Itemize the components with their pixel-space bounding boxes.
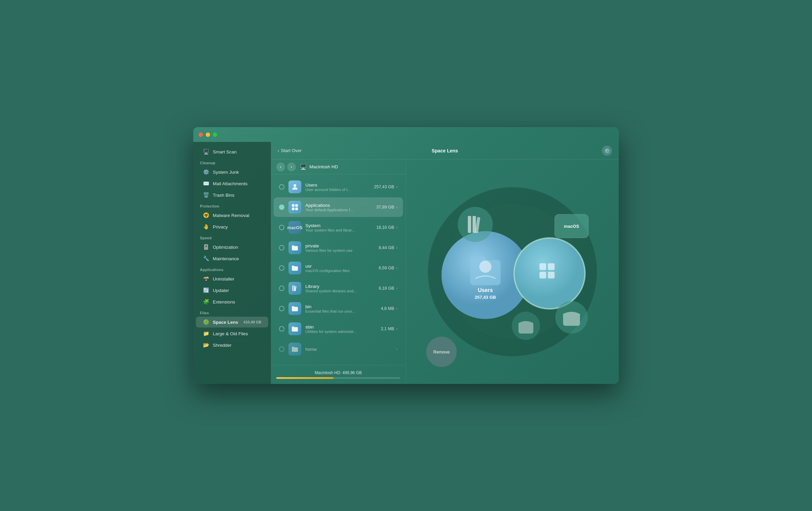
sidebar-section-applications: Applications	[193, 264, 271, 273]
sidebar-item-uninstaller-label: Uninstaller	[213, 276, 234, 282]
file-chevron-library: ›	[396, 286, 398, 291]
file-size-bin: 4,8 MB ›	[381, 306, 398, 311]
file-row-system[interactable]: macOS System Your system files and libra…	[274, 218, 403, 237]
file-desc-private: Various files for system use	[305, 248, 375, 252]
file-name-bin: bin	[305, 304, 377, 309]
maintenance-icon: 🔧	[203, 256, 209, 262]
start-over-label: Start Over	[281, 148, 302, 153]
settings-button[interactable]: ⚙️	[602, 146, 612, 156]
file-row-users[interactable]: Users User account folders of t... 257,4…	[274, 177, 403, 197]
file-row-radio-system[interactable]	[279, 225, 284, 230]
file-list-nav: ‹ › 🖥️ Macintosh HD	[271, 160, 406, 174]
file-chevron-sbin: ›	[396, 326, 398, 331]
smart-scan-icon: 🖥️	[203, 149, 209, 155]
file-desc-applications: Your default Applications f...	[305, 208, 372, 212]
nav-buttons: ‹ ›	[276, 163, 296, 171]
sidebar-item-privacy[interactable]: 🤚 Privacy	[196, 221, 268, 232]
file-row-home[interactable]: home ›	[274, 339, 403, 359]
file-info-system: System Your system files and librar...	[305, 223, 372, 232]
sidebar-item-trash-label: Trash Bins	[213, 193, 234, 198]
sidebar-item-malware-label: Malware Removal	[213, 213, 249, 218]
file-chevron-applications: ›	[396, 205, 398, 210]
file-chevron-home: ›	[396, 347, 398, 351]
file-row-radio-bin[interactable]	[279, 306, 284, 311]
file-row-radio-sbin[interactable]	[279, 326, 284, 332]
mail-icon: ✉️	[203, 180, 209, 187]
sidebar-item-extensions[interactable]: 🧩 Extensions	[196, 296, 268, 307]
nav-forward-button[interactable]: ›	[287, 163, 296, 171]
file-list-panel: ‹ › 🖥️ Macintosh HD	[271, 160, 406, 384]
sidebar-item-shredder[interactable]: 📂 Shredder	[196, 340, 268, 350]
svg-rect-1	[292, 204, 295, 207]
updater-icon: 🔄	[203, 287, 209, 293]
file-row-radio-library[interactable]	[279, 286, 284, 291]
start-over-button[interactable]: ‹ Start Over	[278, 148, 302, 153]
fullscreen-button[interactable]	[213, 132, 217, 137]
sidebar-item-maintenance[interactable]: 🔧 Maintenance	[196, 253, 268, 264]
uninstaller-icon: 🗃️	[203, 276, 209, 282]
sidebar-item-mail-attachments[interactable]: ✉️ Mail Attachments	[196, 178, 268, 189]
sidebar-item-system-junk-label: System Junk	[213, 170, 239, 175]
remove-button[interactable]: Remove	[426, 337, 457, 367]
sidebar-item-uninstaller[interactable]: 🗃️ Uninstaller	[196, 273, 268, 284]
file-list-footer: Macintosh HD: 499,96 GB	[271, 365, 406, 384]
file-row-sbin[interactable]: sbin Utilities for system administr... 2…	[274, 319, 403, 339]
trash-icon: 🗑️	[203, 192, 209, 198]
file-list-scroll[interactable]: Users User account folders of t... 257,4…	[271, 174, 406, 365]
file-row-usr[interactable]: usr macOS configuration files 6,59 GB ›	[274, 258, 403, 278]
sidebar-item-space-lens[interactable]: 🟢 Space Lens 410,49 GB	[196, 317, 268, 327]
privacy-icon: 🤚	[203, 224, 209, 230]
svg-rect-7	[295, 286, 296, 291]
sidebar-item-updater-label: Updater	[213, 288, 229, 293]
sidebar-item-updater[interactable]: 🔄 Updater	[196, 285, 268, 296]
file-row-library[interactable]: Library Shared system libraries and... 6…	[274, 278, 403, 298]
file-row-applications[interactable]: Applications Your default Applications f…	[274, 197, 403, 217]
app-window: 🖥️ Smart Scan Cleanup ⚙️ System Junk ✉️ …	[193, 127, 619, 384]
sidebar-item-system-junk[interactable]: ⚙️ System Junk	[196, 167, 268, 177]
file-info-bin: bin Essential files that run your...	[305, 304, 377, 313]
file-row-radio-private[interactable]	[279, 245, 284, 250]
back-chevron-icon: ‹	[278, 148, 279, 153]
progress-bar	[276, 377, 400, 379]
viz-panel: Users 257,43 GB macOS	[406, 160, 619, 384]
file-size-private: 8,44 GB ›	[379, 245, 398, 250]
close-button[interactable]	[199, 132, 203, 137]
sidebar-item-smart-scan-label: Smart Scan	[213, 149, 237, 154]
file-desc-system: Your system files and librar...	[305, 228, 372, 232]
system-junk-icon: ⚙️	[203, 169, 209, 175]
sidebar: 🖥️ Smart Scan Cleanup ⚙️ System Junk ✉️ …	[193, 142, 271, 384]
sidebar-item-privacy-label: Privacy	[213, 224, 228, 229]
minimize-button[interactable]	[206, 132, 210, 137]
svg-text:Users: Users	[478, 287, 493, 293]
file-row-private[interactable]: private Various files for system use 8,4…	[274, 238, 403, 258]
file-row-radio-home[interactable]	[279, 346, 284, 352]
sidebar-item-optimization[interactable]: 🎚️ Optimization	[196, 242, 268, 252]
file-name-private: private	[305, 243, 375, 248]
file-row-radio-users[interactable]	[279, 184, 284, 190]
file-icon-applications	[288, 201, 301, 214]
file-size-usr: 6,59 GB ›	[379, 266, 398, 270]
file-info-users: Users User account folders of t...	[305, 182, 370, 192]
main-layout: 🖥️ Smart Scan Cleanup ⚙️ System Junk ✉️ …	[193, 142, 619, 384]
sidebar-item-smart-scan[interactable]: 🖥️ Smart Scan	[196, 146, 268, 157]
sidebar-item-trash-bins[interactable]: 🗑️ Trash Bins	[196, 190, 268, 200]
content-body: ‹ › 🖥️ Macintosh HD	[271, 160, 619, 384]
progress-bar-fill	[276, 377, 333, 379]
svg-text:257,43 GB: 257,43 GB	[475, 295, 496, 300]
svg-rect-6	[294, 286, 295, 291]
file-info-sbin: sbin Utilities for system administr...	[305, 324, 377, 334]
file-row-bin[interactable]: bin Essential files that run your... 4,8…	[274, 299, 403, 318]
nav-back-button[interactable]: ‹	[276, 163, 285, 171]
file-size-sbin: 2,1 MB ›	[381, 326, 398, 331]
file-desc-sbin: Utilities for system administr...	[305, 330, 377, 334]
file-row-radio-applications[interactable]	[279, 204, 284, 210]
file-name-sbin: sbin	[305, 324, 377, 330]
sidebar-item-malware-removal[interactable]: ☣️ Malware Removal	[196, 210, 268, 221]
sidebar-section-protection: Protection	[193, 201, 271, 210]
sidebar-item-large-old-files[interactable]: 📁 Large & Old Files	[196, 328, 268, 339]
sidebar-item-mail-label: Mail Attachments	[213, 181, 248, 186]
file-row-radio-usr[interactable]	[279, 265, 284, 271]
svg-rect-21	[548, 272, 555, 278]
shredder-icon: 📂	[203, 342, 209, 348]
svg-rect-19	[548, 263, 555, 270]
